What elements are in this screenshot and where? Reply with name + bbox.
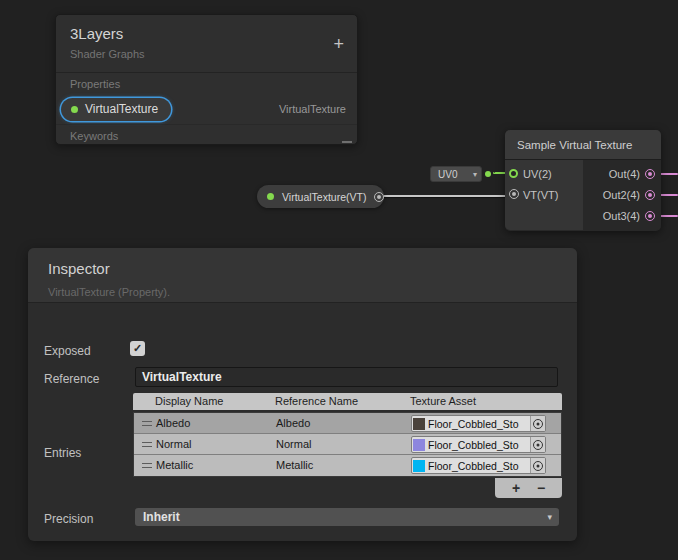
drag-handle-icon[interactable] [142,442,152,447]
resize-handle[interactable] [342,140,352,143]
remove-entry-button[interactable]: − [537,479,545,497]
display-name-cell[interactable]: Metallic [156,459,193,471]
inspector-subtitle: VirtualTexture (Property). [48,286,557,298]
texture-asset-field[interactable]: Floor_Cobbled_Sto [411,415,546,432]
add-property-button[interactable]: + [333,35,344,53]
virtualtexture-property-node[interactable]: VirtualTexture(VT) [257,185,384,208]
uv-default-dot-icon [485,171,491,177]
node-title: Sample Virtual Texture [505,130,661,160]
precision-value: Inherit [143,510,180,524]
entries-row-normal[interactable]: Normal Normal Floor_Cobbled_Sto [134,434,561,455]
texture-asset-field[interactable]: Floor_Cobbled_Sto [411,457,546,474]
precision-label: Precision [44,512,93,526]
reference-name-cell[interactable]: Metallic [276,459,313,471]
entries-table: Display Name Reference Name Texture Asse… [133,393,562,477]
entries-row-metallic[interactable]: Metallic Metallic Floor_Cobbled_Sto [134,455,561,476]
uv-channel-dropdown[interactable]: UV0 ▾ [430,166,482,182]
inspector-header: Inspector VirtualTexture (Property). [28,248,577,303]
entries-label: Entries [44,446,81,460]
graph-title: 3Layers [70,25,343,42]
output-port-out2[interactable] [645,190,655,200]
property-row: VirtualTexture VirtualTexture [56,94,357,124]
drag-handle-icon[interactable] [142,463,152,468]
texture-asset-name: Floor_Cobbled_Sto [428,418,530,430]
texture-swatch [413,460,425,472]
texture-swatch [413,418,425,430]
reference-input[interactable]: VirtualTexture [135,367,558,387]
column-texture-asset: Texture Asset [410,395,476,407]
entries-list-footer: + − [495,478,562,498]
property-type-label: VirtualTexture [279,103,346,115]
keywords-section-label[interactable]: Keywords [56,124,357,146]
shader-graph-canvas: 3Layers Shader Graphs + Properties Virtu… [0,0,678,560]
input-port-vt[interactable] [509,189,519,199]
display-name-cell[interactable]: Normal [156,438,191,450]
wire-virtualtexture-to-vt[interactable] [380,195,508,197]
texture-asset-field[interactable]: Floor_Cobbled_Sto [411,436,546,453]
reference-name-cell[interactable]: Albedo [276,417,310,429]
graph-subtitle: Shader Graphs [70,48,343,60]
exposed-checkbox[interactable]: ✓ [130,341,145,356]
properties-section-label[interactable]: Properties [56,72,357,94]
object-picker-icon[interactable] [530,437,545,452]
reference-label: Reference [44,372,99,386]
entries-table-header: Display Name Reference Name Texture Asse… [133,393,562,410]
exposed-dot-icon [267,193,274,200]
texture-asset-name: Floor_Cobbled_Sto [428,460,530,472]
blackboard-header: 3Layers Shader Graphs + [56,15,357,72]
texture-swatch [413,439,425,451]
entries-row-albedo[interactable]: Albedo Albedo Floor_Cobbled_Sto [134,413,561,434]
chevron-down-icon: ▾ [473,170,477,179]
inspector-panel: Inspector VirtualTexture (Property). Exp… [28,248,577,541]
property-pill-virtualtexture[interactable]: VirtualTexture [61,98,171,121]
output-port-out1[interactable] [645,169,655,179]
display-name-cell[interactable]: Albedo [156,417,190,429]
output-port[interactable] [374,192,384,202]
precision-dropdown[interactable]: Inherit ▾ [135,508,559,526]
property-node-label: VirtualTexture(VT) [282,191,366,203]
object-picker-icon[interactable] [530,458,545,473]
node-body: UV(2) VT(VT) Out(4) Out2(4) Out3(4) [505,160,661,230]
reference-name-cell[interactable]: Normal [276,438,311,450]
input-port-uv[interactable] [509,169,518,178]
chevron-down-icon: ▾ [547,512,552,522]
exposed-label: Exposed [44,344,91,358]
drag-handle-icon[interactable] [142,421,152,426]
object-picker-icon[interactable] [530,416,545,431]
entries-rows: Albedo Albedo Floor_Cobbled_Sto Normal N… [133,412,562,477]
output-port-out3[interactable] [645,211,655,221]
add-entry-button[interactable]: + [512,479,520,497]
inspector-title: Inspector [48,260,557,277]
sample-virtual-texture-node[interactable]: Sample Virtual Texture UV(2) VT(VT) Out(… [505,130,661,231]
exposed-dot-icon [71,106,78,113]
property-pill-label: VirtualTexture [85,102,158,116]
column-reference-name: Reference Name [275,395,358,407]
texture-asset-name: Floor_Cobbled_Sto [428,439,530,451]
blackboard-panel: 3Layers Shader Graphs + Properties Virtu… [55,14,358,145]
uv-channel-value: UV0 [438,169,457,180]
column-display-name: Display Name [155,395,223,407]
